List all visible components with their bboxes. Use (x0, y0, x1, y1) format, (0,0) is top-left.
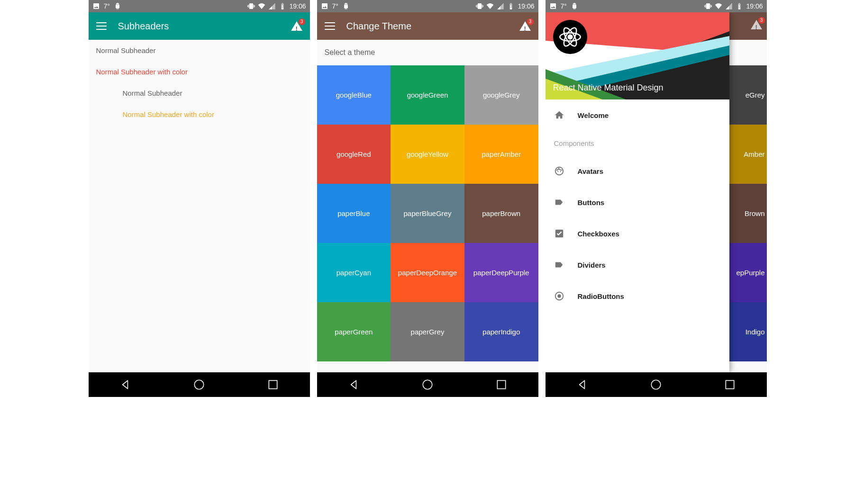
vibrate-icon (704, 2, 712, 10)
badge-count: 3 (527, 18, 534, 25)
theme-cell-behind[interactable]: Indigo (729, 302, 767, 361)
page-title: Change Theme (346, 21, 508, 32)
signal-icon (268, 2, 276, 10)
svg-point-15 (557, 171, 558, 172)
theme-paperGreen[interactable]: paperGreen (317, 302, 391, 361)
svg-rect-3 (497, 380, 505, 388)
drawer-item-label: Avatars (578, 167, 603, 175)
back-icon[interactable] (347, 378, 360, 391)
drawer-item-radiobuttons[interactable]: RadioButtons (546, 280, 729, 312)
content-area: Normal SubheaderNormal Subheader with co… (89, 40, 310, 372)
recent-icon[interactable] (267, 378, 279, 391)
theme-paperAmber[interactable]: paperAmber (464, 125, 538, 184)
nav-bar (89, 372, 310, 397)
drawer-item-label: RadioButtons (578, 292, 624, 300)
drawer-item-checkboxes[interactable]: Checkboxes (546, 218, 729, 249)
drawer-item-buttons[interactable]: Buttons (546, 187, 729, 218)
app-bar: Subheaders ! 3 (89, 12, 310, 40)
theme-googleYellow[interactable]: googleYellow (391, 125, 464, 184)
status-bar: 7° 19:06 (546, 0, 767, 12)
signal-icon (497, 2, 504, 10)
drawer-header: React Native Material Design (546, 12, 729, 99)
back-icon[interactable] (119, 378, 131, 391)
app-bar: Change Theme ! 3 (317, 12, 538, 40)
svg-point-10 (568, 35, 572, 39)
warning-badge[interactable]: ! 3 (519, 20, 531, 32)
theme-googleBlue[interactable]: googleBlue (317, 65, 391, 125)
menu-icon[interactable] (96, 22, 107, 30)
warning-badge[interactable]: ! 3 (291, 20, 302, 32)
signal-icon (725, 2, 733, 10)
clock: 19:06 (289, 2, 306, 10)
badge-count: 3 (758, 17, 765, 24)
wifi-icon (715, 2, 722, 10)
drawer-item-label: Checkboxes (578, 230, 619, 238)
radio-icon (554, 291, 564, 301)
temperature: 7° (561, 2, 567, 10)
back-icon[interactable] (576, 378, 588, 391)
drawer-item-welcome[interactable]: Welcome (546, 99, 729, 131)
vibrate-icon (476, 2, 483, 10)
android-icon (571, 2, 578, 10)
theme-grid-behind: ! 3 eGreyAmberBrownepPurpleIndigo (729, 12, 767, 372)
phone-screen-2: 7° 19:06 Change Theme ! 3 Select a theme… (317, 0, 538, 397)
home-icon (554, 110, 564, 120)
recent-icon[interactable] (495, 378, 508, 391)
nav-bar (546, 372, 767, 397)
drawer-list: WelcomeComponentsAvatarsButtonsCheckboxe… (546, 99, 729, 372)
theme-paperBlue[interactable]: paperBlue (317, 184, 391, 243)
drawer-item-label: Welcome (578, 111, 609, 119)
subheader-item: Normal Subheader with color (89, 104, 310, 125)
label-icon (554, 197, 564, 207)
theme-paperBlueGrey[interactable]: paperBlueGrey (391, 184, 464, 243)
theme-googleGrey[interactable]: googleGrey (464, 65, 538, 125)
theme-paperDeepPurple[interactable]: paperDeepPurple (464, 243, 538, 302)
page-title: Subheaders (118, 21, 280, 32)
status-bar: 7° 19:06 (317, 0, 538, 12)
svg-point-19 (557, 294, 561, 297)
wifi-icon (486, 2, 494, 10)
phone-screen-3: 7° 19:06 ! 3 eGreyAmberBrownepPurpleIndi… (546, 0, 767, 397)
checkbox-icon (554, 228, 564, 239)
theme-cell-behind[interactable]: Amber (729, 125, 767, 184)
theme-paperBrown[interactable]: paperBrown (464, 184, 538, 243)
menu-icon[interactable] (325, 22, 335, 30)
face-icon (554, 166, 564, 176)
theme-cell-behind[interactable]: epPurple (729, 243, 767, 302)
content-area: ! 3 eGreyAmberBrownepPurpleIndigo (546, 12, 767, 372)
theme-paperDeepOrange[interactable]: paperDeepOrange (391, 243, 464, 302)
svg-point-20 (651, 380, 661, 389)
drawer-item-dividers[interactable]: Dividers (546, 249, 729, 280)
theme-paperGrey[interactable]: paperGrey (391, 302, 464, 361)
image-icon (321, 2, 328, 10)
navigation-drawer: React Native Material Design WelcomeComp… (546, 12, 729, 372)
clock: 19:06 (518, 2, 534, 10)
vibrate-icon (247, 2, 255, 10)
image-icon (92, 2, 100, 10)
badge-count: 3 (299, 18, 305, 25)
theme-cell-behind[interactable]: eGrey (729, 65, 767, 125)
battery-icon (736, 2, 743, 10)
react-logo-icon (553, 20, 587, 54)
select-theme-label: Select a theme (317, 40, 538, 65)
theme-cell-behind[interactable]: Brown (729, 184, 767, 243)
subheader-item: Normal Subheader (89, 40, 310, 61)
wifi-icon (258, 2, 265, 10)
drawer-item-avatars[interactable]: Avatars (546, 155, 729, 187)
temperature: 7° (104, 2, 110, 10)
svg-rect-21 (726, 380, 734, 388)
home-nav-icon[interactable] (650, 378, 662, 391)
android-icon (114, 2, 121, 10)
theme-googleGreen[interactable]: googleGreen (391, 65, 464, 125)
drawer-subheader: Components (546, 131, 729, 155)
android-icon (342, 2, 350, 10)
warning-badge[interactable]: ! 3 (751, 19, 762, 30)
svg-point-0 (194, 380, 204, 389)
home-nav-icon[interactable] (193, 378, 205, 391)
home-nav-icon[interactable] (421, 378, 434, 391)
status-bar: 7° 19:06 (89, 0, 310, 12)
theme-googleRed[interactable]: googleRed (317, 125, 391, 184)
theme-paperCyan[interactable]: paperCyan (317, 243, 391, 302)
recent-icon[interactable] (724, 378, 736, 391)
theme-paperIndigo[interactable]: paperIndigo (464, 302, 538, 361)
